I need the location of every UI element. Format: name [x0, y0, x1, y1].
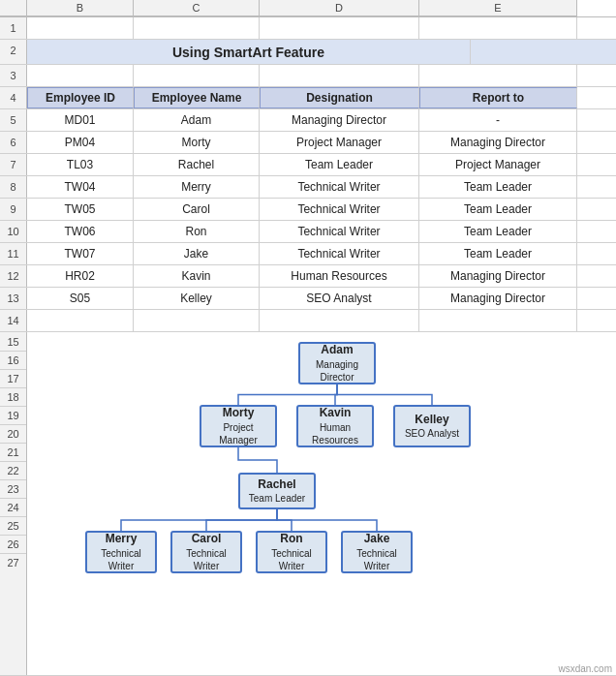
org-node-carol[interactable]: CarolTechnicalWriter [170, 531, 242, 573]
cell-5e[interactable]: - [419, 109, 577, 131]
connector-adam-kelley [337, 384, 432, 405]
cell-3c[interactable] [134, 65, 260, 86]
connector-rachel-merry [121, 509, 277, 531]
cell-7b[interactable]: TL03 [27, 154, 134, 175]
cell-3b[interactable] [27, 65, 134, 86]
cell-7c[interactable]: Rachel [134, 154, 260, 175]
row-7: 7 TL03 Rachel Team Leader Project Manage… [0, 154, 616, 176]
cell-12c[interactable]: Kavin [134, 265, 260, 287]
cell-11d[interactable]: Technical Writer [260, 243, 419, 264]
cell-8e[interactable]: Team Leader [419, 176, 577, 198]
cell-9d[interactable]: Technical Writer [260, 199, 419, 220]
cell-8b[interactable]: TW04 [27, 176, 134, 198]
cell-13b[interactable]: S05 [27, 288, 134, 309]
cell-8c[interactable]: Merry [134, 176, 260, 198]
cell-5c[interactable]: Adam [134, 109, 260, 131]
connector-rachel-ron [277, 509, 292, 531]
cell-9e[interactable]: Team Leader [419, 199, 577, 220]
cell-6d[interactable]: Project Manager [260, 132, 419, 153]
col-header-d: D [260, 0, 419, 16]
node-title-ron: TechnicalWriter [271, 547, 312, 572]
cell-1e[interactable] [419, 17, 577, 39]
row-num-6: 6 [0, 132, 27, 153]
cell-8d[interactable]: Technical Writer [260, 176, 419, 198]
col-header-e: E [419, 0, 577, 16]
grid: 1 2 Using SmartArt Feature 3 4 Employee … [0, 17, 616, 676]
cell-10b[interactable]: TW06 [27, 221, 134, 242]
cell-11b[interactable]: TW07 [27, 243, 134, 264]
org-chart-area: AdamManagingDirectorMortyProjectManagerK… [27, 332, 616, 675]
cell-10c[interactable]: Ron [134, 221, 260, 242]
cell-6e[interactable]: Managing Director [419, 132, 577, 153]
row-6: 6 PM04 Morty Project Manager Managing Di… [0, 132, 616, 154]
org-node-morty[interactable]: MortyProjectManager [200, 405, 277, 447]
row-13: 13 S05 Kelley SEO Analyst Managing Direc… [0, 288, 616, 310]
cell-1b[interactable] [27, 17, 134, 39]
node-title-kavin: HumanResources [312, 421, 358, 446]
cell-10d[interactable]: Technical Writer [260, 221, 419, 242]
cell-13c[interactable]: Kelley [134, 288, 260, 309]
connector-rachel-carol [206, 509, 277, 531]
cell-11e[interactable]: Team Leader [419, 243, 577, 264]
row-4: 4 Employee ID Employee Name Designation … [0, 87, 616, 109]
connector-adam-morty [238, 384, 337, 405]
cell-1c[interactable] [134, 17, 260, 39]
cell-6b[interactable]: PM04 [27, 132, 134, 153]
cell-14c[interactable] [134, 310, 260, 331]
cell-7d[interactable]: Team Leader [260, 154, 419, 175]
cell-14b[interactable] [27, 310, 134, 331]
org-node-adam[interactable]: AdamManagingDirector [298, 342, 376, 384]
row-1: 1 [0, 17, 616, 40]
cell-9b[interactable]: TW05 [27, 199, 134, 220]
row-num-9: 9 [0, 199, 27, 220]
watermark: wsxdan.com [558, 663, 612, 674]
row-num-2: 2 [0, 40, 27, 64]
row-num-5: 5 [0, 109, 27, 131]
col-header-b: B [27, 0, 134, 16]
cell-13d[interactable]: SEO Analyst [260, 288, 419, 309]
node-name-rachel: Rachel [258, 477, 295, 493]
cell-9c[interactable]: Carol [134, 199, 260, 220]
org-node-kelley[interactable]: KelleySEO Analyst [393, 405, 471, 447]
node-title-rachel: Team Leader [249, 492, 305, 505]
cell-12b[interactable]: HR02 [27, 265, 134, 287]
cell-11c[interactable]: Jake [134, 243, 260, 264]
org-node-merry[interactable]: MerryTechnicalWriter [85, 531, 157, 573]
row-num-11: 11 [0, 243, 27, 264]
row-9: 9 TW05 Carol Technical Writer Team Leade… [0, 199, 616, 221]
org-node-ron[interactable]: RonTechnicalWriter [256, 531, 327, 573]
node-name-kelley: Kelley [415, 413, 448, 428]
cell-12e[interactable]: Managing Director [419, 265, 577, 287]
header-employee-name[interactable]: Employee Name [134, 87, 260, 108]
cell-5d[interactable]: Managing Director [260, 109, 419, 131]
row-8: 8 TW04 Merry Technical Writer Team Leade… [0, 176, 616, 199]
cell-14d[interactable] [260, 310, 419, 331]
row-14: 14 [0, 310, 616, 332]
row-num-10: 10 [0, 221, 27, 242]
cell-6c[interactable]: Morty [134, 132, 260, 153]
node-name-ron: Ron [280, 532, 302, 547]
cell-3d[interactable] [260, 65, 419, 86]
org-node-jake[interactable]: JakeTechnicalWriter [341, 531, 413, 573]
cell-14e[interactable] [419, 310, 577, 331]
node-title-jake: TechnicalWriter [356, 547, 397, 572]
org-node-rachel[interactable]: RachelTeam Leader [238, 473, 316, 509]
cell-3e[interactable] [419, 65, 577, 86]
org-node-kavin[interactable]: KavinHumanResources [296, 405, 374, 447]
cell-5b[interactable]: MD01 [27, 109, 134, 131]
connector-morty-rachel [238, 447, 277, 473]
header-report-to[interactable]: Report to [419, 87, 577, 108]
cell-1d[interactable] [260, 17, 419, 39]
cell-13e[interactable]: Managing Director [419, 288, 577, 309]
title-cell[interactable]: Using SmartArt Feature [27, 40, 471, 64]
cell-12d[interactable]: Human Resources [260, 265, 419, 287]
column-header-bar: B C D E [0, 0, 616, 17]
node-title-merry: TechnicalWriter [101, 547, 141, 572]
cell-7e[interactable]: Project Manager [419, 154, 577, 175]
header-employee-id[interactable]: Employee ID [27, 87, 134, 108]
col-header-c: C [134, 0, 260, 16]
node-title-kelley: SEO Analyst [405, 427, 459, 440]
cell-10e[interactable]: Team Leader [419, 221, 577, 242]
row-num-4: 4 [0, 87, 27, 108]
header-designation[interactable]: Designation [260, 87, 419, 108]
